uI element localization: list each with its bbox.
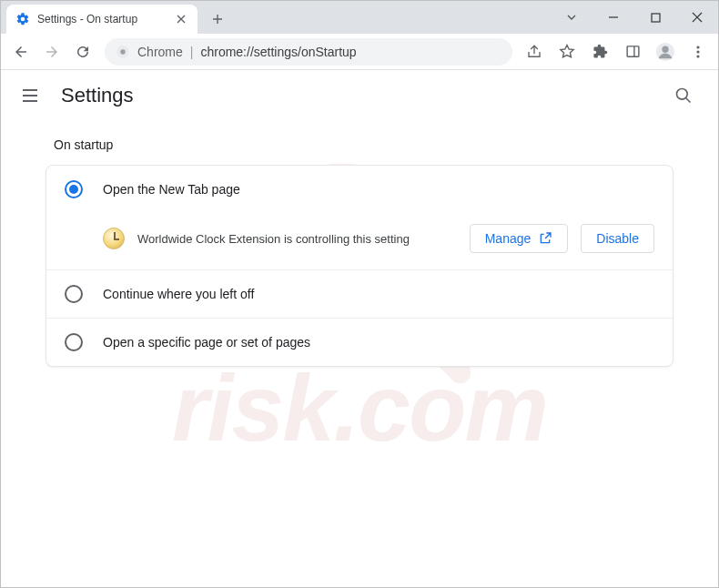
disable-button[interactable]: Disable xyxy=(581,224,654,253)
chrome-icon xyxy=(116,45,130,59)
startup-card: Open the New Tab page Worldwide Clock Ex… xyxy=(46,165,673,367)
page-title: Settings xyxy=(61,84,134,107)
extension-notice: Worldwide Clock Extension is controlling… xyxy=(46,213,673,269)
radio-label: Open a specific page or set of pages xyxy=(103,335,310,350)
omnibox-url: chrome://settings/onStartup xyxy=(200,45,356,59)
menu-icon[interactable] xyxy=(684,37,713,66)
radio-continue[interactable]: Continue where you left off xyxy=(46,269,673,318)
sidepanel-icon[interactable] xyxy=(618,37,647,66)
svg-point-10 xyxy=(696,46,699,48)
new-tab-button[interactable] xyxy=(205,6,230,32)
svg-point-9 xyxy=(662,46,668,52)
search-button[interactable] xyxy=(667,79,700,112)
radio-label: Continue where you left off xyxy=(103,287,254,301)
close-tab-icon[interactable] xyxy=(174,12,188,26)
settings-content: On startup Open the New Tab page Worldwi… xyxy=(1,121,718,378)
browser-toolbar: Chrome | chrome://settings/onStartup xyxy=(1,34,718,70)
svg-point-12 xyxy=(696,55,699,57)
radio-open-new-tab[interactable]: Open the New Tab page xyxy=(46,166,673,213)
close-window-button[interactable] xyxy=(676,1,718,34)
clock-extension-icon xyxy=(103,228,125,249)
radio-icon xyxy=(65,285,83,303)
minimize-button[interactable] xyxy=(592,1,634,34)
address-bar[interactable]: Chrome | chrome://settings/onStartup xyxy=(105,38,512,66)
profile-avatar[interactable] xyxy=(651,37,680,66)
window-titlebar: Settings - On startup xyxy=(1,1,718,34)
reload-button[interactable] xyxy=(68,37,97,66)
radio-specific-pages[interactable]: Open a specific page or set of pages xyxy=(46,318,673,366)
extensions-icon[interactable] xyxy=(585,37,614,66)
maximize-button[interactable] xyxy=(634,1,676,34)
settings-header: Settings xyxy=(1,70,718,121)
omnibox-origin: Chrome xyxy=(137,45,183,59)
window-controls xyxy=(551,1,718,34)
section-title: On startup xyxy=(54,137,685,152)
radio-icon xyxy=(65,333,83,351)
radio-icon-selected xyxy=(65,180,83,198)
gear-icon xyxy=(15,12,30,26)
svg-point-11 xyxy=(696,50,699,53)
radio-label: Open the New Tab page xyxy=(103,182,240,197)
disable-button-label: Disable xyxy=(596,231,639,246)
tab-title: Settings - On startup xyxy=(37,13,174,25)
svg-point-13 xyxy=(677,89,688,100)
browser-tab-active[interactable]: Settings - On startup xyxy=(6,5,197,34)
open-external-icon xyxy=(538,231,552,246)
back-button[interactable] xyxy=(6,37,35,66)
bookmark-icon[interactable] xyxy=(552,37,582,66)
svg-rect-3 xyxy=(652,14,660,22)
forward-button[interactable] xyxy=(37,37,66,66)
svg-rect-6 xyxy=(627,46,639,56)
hamburger-icon[interactable] xyxy=(19,85,41,106)
svg-point-5 xyxy=(120,49,125,54)
svg-line-14 xyxy=(686,98,691,103)
share-icon[interactable] xyxy=(520,37,549,66)
chevron-down-icon[interactable] xyxy=(551,12,592,23)
extension-notice-text: Worldwide Clock Extension is controlling… xyxy=(137,232,457,246)
manage-button[interactable]: Manage xyxy=(470,224,569,253)
manage-button-label: Manage xyxy=(485,231,532,246)
